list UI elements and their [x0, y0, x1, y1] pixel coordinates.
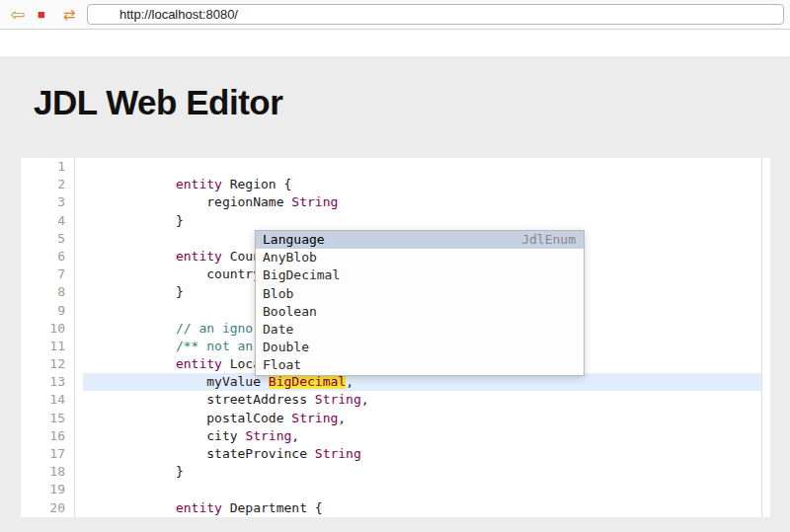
line-number: 16 [21, 427, 65, 445]
code-line[interactable]: entity Department { [83, 499, 770, 517]
line-number: 12 [21, 355, 65, 373]
line-number: 13 [21, 373, 65, 391]
code-line[interactable]: } [83, 463, 770, 481]
line-number: 5 [21, 230, 65, 248]
back-icon[interactable]: ⇦ [6, 6, 30, 24]
line-number: 14 [21, 391, 65, 409]
completion-list: AnyBlobBigDecimalBlobBooleanDateDoubleFl… [256, 249, 584, 374]
line-number: 19 [21, 481, 65, 498]
code-line[interactable]: myValue BigDecimal, [83, 373, 770, 391]
code-line[interactable] [83, 481, 770, 498]
gutter: 1234567891011121314151617181920 [21, 158, 75, 517]
browser-window: ⇦ ■ ⇄ JDL Web Editor 1234567891011121314… [0, 0, 790, 532]
code-line[interactable]: entity Region { [83, 176, 770, 193]
completion-item-selected[interactable]: Language JdlEnum [256, 231, 584, 249]
url-input[interactable] [87, 4, 784, 25]
completion-item[interactable]: Date [256, 321, 584, 339]
code-line[interactable]: regionName String [83, 193, 770, 211]
code-line[interactable] [83, 158, 770, 176]
line-number: 7 [21, 266, 65, 283]
line-number: 20 [21, 499, 65, 517]
code-editor[interactable]: 1234567891011121314151617181920 entity R… [21, 158, 770, 517]
code-line[interactable]: } [83, 212, 770, 230]
completion-item[interactable]: BigDecimal [256, 266, 584, 284]
line-number: 4 [21, 212, 65, 230]
completion-selected-label: Language [263, 231, 325, 249]
completion-item[interactable]: Blob [256, 285, 584, 303]
page-margin [0, 30, 790, 56]
line-number: 8 [21, 283, 65, 301]
autocomplete-popup: Language JdlEnum AnyBlobBigDecimalBlobBo… [255, 230, 585, 376]
line-number: 11 [21, 338, 65, 355]
line-number: 18 [21, 463, 65, 481]
refresh-icon[interactable]: ⇄ [59, 7, 79, 22]
line-number: 15 [21, 410, 65, 427]
page-background: JDL Web Editor 1234567891011121314151617… [0, 56, 790, 532]
code-line[interactable]: stateProvince String [83, 445, 770, 463]
line-number: 6 [21, 248, 65, 266]
line-number: 9 [21, 302, 65, 320]
completion-selected-type: JdlEnum [521, 231, 576, 249]
completion-item[interactable]: Double [256, 339, 584, 356]
code-line[interactable]: city String, [83, 427, 770, 445]
code-line[interactable]: streetAddress String, [83, 391, 770, 409]
browser-toolbar: ⇦ ■ ⇄ [0, 0, 790, 30]
completion-item[interactable]: Float [256, 356, 584, 374]
line-number: 10 [21, 320, 65, 338]
line-number: 3 [21, 193, 65, 211]
completion-item[interactable]: AnyBlob [256, 249, 584, 266]
line-number: 17 [21, 445, 65, 463]
completion-item[interactable]: Boolean [256, 303, 584, 321]
line-number: 1 [21, 158, 65, 176]
line-number: 2 [21, 176, 65, 193]
code-line[interactable]: postalCode String, [83, 410, 770, 427]
scrollbar-track[interactable] [761, 158, 770, 517]
page-title: JDL Web Editor [0, 56, 790, 123]
stop-icon[interactable]: ■ [34, 8, 49, 21]
